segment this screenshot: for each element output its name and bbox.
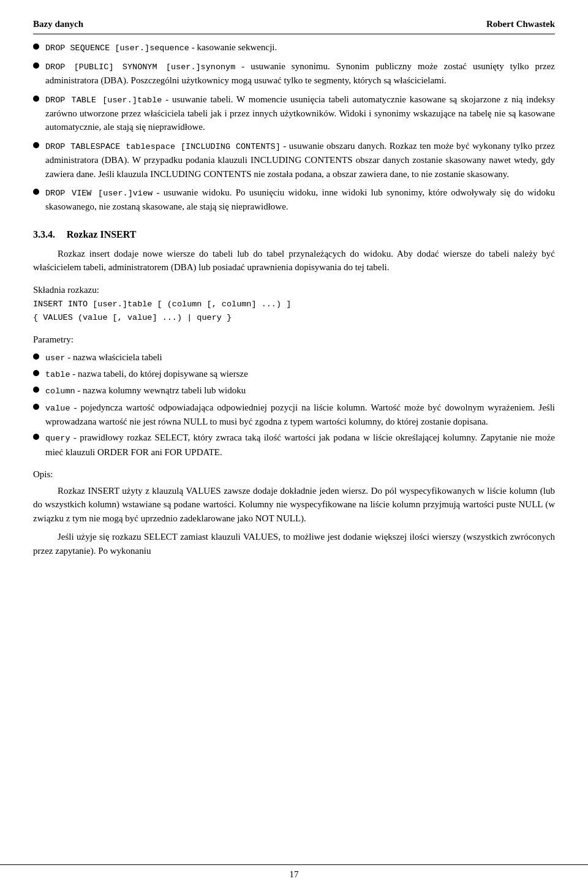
opis-label-text: Opis:: [33, 469, 53, 479]
code-inline: DROP VIEW [user.]view: [45, 189, 153, 198]
bullet-list: DROP SEQUENCE [user.]sequence - kasowani…: [33, 40, 555, 214]
opis-para2: Jeśli użyje się rozkazu SELECT zamiast k…: [33, 530, 555, 558]
section-number: 3.3.4.: [33, 229, 55, 240]
param-name: user: [45, 353, 65, 363]
code-inline: DROP TABLESPACE tablespace [INCLUDING CO…: [45, 142, 281, 151]
param-text: column - nazwa kolumny wewnątrz tabeli l…: [45, 384, 555, 398]
code-inline: DROP TABLE [user.]table: [45, 96, 162, 105]
bullet-text: DROP [PUBLIC] SYNONYM [user.]synonym - u…: [45, 59, 555, 88]
param-text: table - nazwa tabeli, do której dopisywa…: [45, 367, 555, 381]
page-footer: 17: [0, 864, 588, 882]
code-line-1: INSERT INTO [user.]table [ (column [, co…: [33, 298, 555, 311]
list-item: DROP VIEW [user.]view - usuwanie widoku.…: [33, 186, 555, 214]
bullet-icon: [33, 142, 39, 148]
page: Bazy danych Robert Chwastek DROP SEQUENC…: [0, 0, 588, 892]
bullet-icon: [33, 434, 39, 440]
bullet-text: DROP TABLESPACE tablespace [INCLUDING CO…: [45, 139, 555, 181]
list-item: query - prawidłowy rozkaz SELECT, który …: [33, 431, 555, 459]
list-item: DROP [PUBLIC] SYNONYM [user.]synonym - u…: [33, 59, 555, 88]
code-block: INSERT INTO [user.]table [ (column [, co…: [33, 298, 555, 324]
bullet-icon: [33, 96, 39, 102]
list-item: column - nazwa kolumny wewnątrz tabeli l…: [33, 384, 555, 398]
bullet-icon: [33, 404, 39, 410]
params-list: user - nazwa właściciela tabeli table - …: [33, 350, 555, 459]
code-inline: DROP [PUBLIC] SYNONYM [user.]synonym: [45, 62, 235, 72]
list-item: user - nazwa właściciela tabeli: [33, 350, 555, 365]
bullet-icon: [33, 43, 39, 50]
param-text: user - nazwa właściciela tabeli: [45, 350, 555, 365]
header-right: Robert Chwastek: [486, 17, 555, 31]
list-item: table - nazwa tabeli, do której dopisywa…: [33, 367, 555, 381]
bullet-icon: [33, 62, 39, 69]
header-left: Bazy danych: [33, 17, 83, 31]
page-header: Bazy danych Robert Chwastek: [33, 17, 555, 34]
section-title: Rozkaz INSERT: [67, 229, 137, 240]
param-name: value: [45, 404, 70, 413]
page-number: 17: [290, 869, 299, 879]
list-item: value - pojedyncza wartość odpowiadająca…: [33, 401, 555, 429]
bullet-text: DROP SEQUENCE [user.]sequence - kasowani…: [45, 40, 555, 55]
param-name: query: [45, 434, 70, 443]
section-intro: Rozkaz insert dodaje nowe wiersze do tab…: [33, 247, 555, 274]
section-heading: 3.3.4. Rozkaz INSERT: [33, 227, 555, 242]
bullet-icon: [33, 370, 39, 376]
bullet-text: DROP VIEW [user.]view - usuwanie widoku.…: [45, 186, 555, 214]
bullet-text: DROP TABLE [user.]table - usuwanie tabel…: [45, 93, 555, 134]
param-text: value - pojedyncza wartość odpowiadająca…: [45, 401, 555, 429]
list-item: DROP SEQUENCE [user.]sequence - kasowani…: [33, 40, 555, 55]
params-label: Parametry:: [33, 333, 555, 347]
code-line-2: { VALUES (value [, value] ...) | query }: [33, 311, 555, 325]
page-content: DROP SEQUENCE [user.]sequence - kasowani…: [33, 40, 555, 558]
param-text: query - prawidłowy rozkaz SELECT, który …: [45, 431, 555, 459]
syntax-label-text: Składnia rozkazu:: [33, 285, 99, 295]
param-name: table: [45, 370, 70, 379]
bullet-icon: [33, 189, 39, 195]
bullet-icon: [33, 387, 39, 393]
list-item: DROP TABLESPACE tablespace [INCLUDING CO…: [33, 139, 555, 181]
opis-para1: Rozkaz INSERT użyty z klauzulą VALUES za…: [33, 484, 555, 526]
param-name: column: [45, 387, 75, 396]
bullet-icon: [33, 353, 39, 360]
code-inline: DROP SEQUENCE [user.]sequence: [45, 43, 189, 53]
syntax-label: Składnia rozkazu:: [33, 283, 555, 297]
params-label-text: Parametry:: [33, 334, 74, 344]
list-item: DROP TABLE [user.]table - usuwanie tabel…: [33, 93, 555, 134]
opis-label: Opis:: [33, 467, 555, 482]
